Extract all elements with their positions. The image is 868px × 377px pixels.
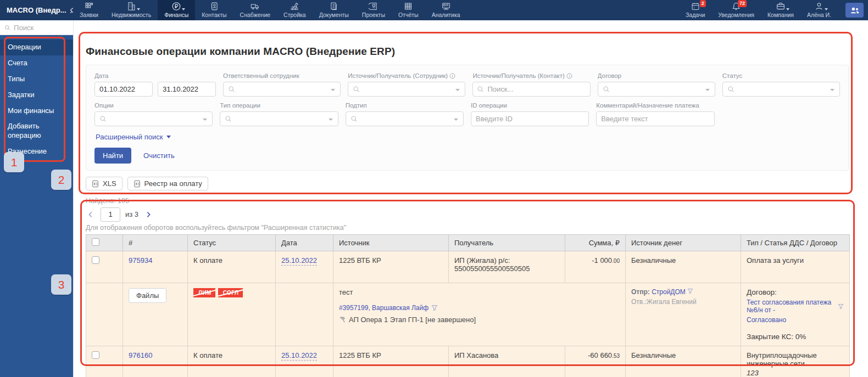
payment-registry-button[interactable]: Реестр на оплату bbox=[127, 177, 208, 190]
contract-link[interactable]: Тест согласования платежа №6/н от - bbox=[747, 299, 835, 314]
filter-responsible: Ответственный сотрудник bbox=[223, 72, 341, 97]
nav-item-snabzhenie[interactable]: Снабжение bbox=[233, 0, 277, 20]
sender-link[interactable]: СтройДОМ bbox=[652, 288, 686, 296]
sidebar-menu: Операции Счета Типы Задатки Мои финансы … bbox=[0, 35, 73, 160]
page-count-label: из 3 bbox=[125, 210, 138, 218]
next-page-button[interactable] bbox=[143, 210, 153, 220]
nav-item-zayavki[interactable]: Заявки bbox=[73, 0, 105, 20]
nav-label: Компания bbox=[767, 12, 794, 18]
topbar: MACRO (Внедр... Заявки Недвижимость Фина… bbox=[0, 0, 868, 20]
filter-responsible-label: Ответственный сотрудник bbox=[223, 72, 341, 79]
workspace-title-text: MACRO (Внедр... bbox=[7, 6, 66, 14]
page-number-input[interactable] bbox=[101, 207, 120, 222]
nav-item-uvedomleniya[interactable]: 72 Уведомления bbox=[711, 0, 761, 20]
sidebar-item-tipy[interactable]: Типы bbox=[0, 71, 73, 87]
sidebar-item-raznesenie[interactable]: Разнесение bbox=[0, 144, 73, 160]
detail-money-cell: Отпр: СтройДОМ Отв.:Жигала Евгений bbox=[626, 283, 741, 346]
operation-type-select[interactable] bbox=[220, 111, 338, 126]
operation-id-link[interactable]: 976160 bbox=[129, 351, 152, 359]
report-icon bbox=[403, 2, 413, 11]
filter-source-employee: Источник/Получатель (Сотрудник) bbox=[348, 72, 465, 97]
contract-label: Договор: bbox=[747, 288, 844, 296]
row-checkbox[interactable] bbox=[92, 256, 99, 264]
contacts-icon bbox=[209, 2, 219, 11]
sidebar-item-zadatki[interactable]: Задатки bbox=[0, 87, 73, 103]
search-icon bbox=[477, 86, 484, 93]
sidebar-item-dobavit-operaciyu[interactable]: Добавить операцию bbox=[0, 119, 60, 144]
status-cell: К оплате bbox=[188, 346, 276, 377]
col-header-number: # bbox=[123, 235, 188, 251]
limit-badge: ЛИМ bbox=[193, 288, 215, 297]
filter-funnel-icon[interactable] bbox=[431, 305, 438, 311]
nav-item-kontakty[interactable]: Контакты bbox=[195, 0, 233, 20]
contract-status-link[interactable]: Согласовано bbox=[747, 316, 786, 324]
chevron-down-icon bbox=[454, 119, 458, 121]
tasks-badge: 2 bbox=[700, 0, 706, 7]
comment-input[interactable] bbox=[596, 111, 714, 126]
source-contact-input[interactable] bbox=[472, 82, 590, 97]
building-icon bbox=[126, 2, 136, 11]
nav-item-kompaniya[interactable]: Компания bbox=[761, 0, 800, 20]
contract-select[interactable] bbox=[598, 82, 715, 97]
search-icon bbox=[225, 115, 232, 122]
xls-export-button[interactable]: XLS bbox=[86, 177, 123, 190]
source-employee-select[interactable] bbox=[348, 82, 465, 97]
operation-id-link[interactable]: 975934 bbox=[129, 256, 152, 265]
status-select[interactable] bbox=[722, 82, 840, 97]
notifications-badge: 72 bbox=[738, 0, 747, 7]
nav-item-stroyka[interactable]: Стройка bbox=[277, 0, 313, 20]
chevron-down-icon bbox=[331, 89, 335, 91]
col-header-money-source: Источник денег bbox=[626, 235, 741, 251]
filter-actions: Найти Очистить bbox=[94, 148, 840, 164]
type-cell: Оплата за услуги bbox=[741, 251, 850, 283]
options-select[interactable] bbox=[94, 111, 213, 126]
files-button[interactable]: Файлы bbox=[129, 288, 166, 303]
advanced-search-link[interactable]: Расширенный поиск bbox=[96, 133, 171, 141]
nav-item-zadachi[interactable]: 2 Задачи bbox=[679, 0, 711, 20]
workspace-title[interactable]: MACRO (Внедр... bbox=[0, 0, 73, 20]
date-link[interactable]: 25.10.2022 bbox=[281, 351, 317, 361]
col-header-status: Статус bbox=[188, 235, 276, 251]
sidebar-item-scheta[interactable]: Счета bbox=[0, 55, 73, 71]
nav-item-dokumenty[interactable]: Документы bbox=[313, 0, 355, 20]
export-row: XLS Реестр на оплату bbox=[86, 177, 849, 190]
row-checkbox[interactable] bbox=[92, 351, 99, 359]
responsible-select[interactable] bbox=[223, 82, 341, 97]
people-panel-button[interactable] bbox=[845, 3, 864, 18]
chevron-down-icon bbox=[786, 8, 789, 10]
filter-source-employee-label: Источник/Получатель (Сотрудник) bbox=[348, 72, 448, 79]
approval-badge: СОГЛ bbox=[218, 288, 243, 297]
nav-item-otchety[interactable]: Отчёты bbox=[392, 0, 425, 20]
filter-date-label: Дата bbox=[94, 72, 216, 79]
nav-item-proekty[interactable]: Проекты bbox=[355, 0, 392, 20]
nav-item-analitika[interactable]: Аналитика bbox=[425, 0, 467, 20]
date-to-input[interactable] bbox=[158, 82, 216, 97]
operation-id-input[interactable] bbox=[471, 111, 589, 126]
col-header-recipient: Получатель bbox=[449, 235, 565, 251]
object-link[interactable]: #3957199, Варшавская Лайф bbox=[339, 304, 429, 312]
nav-item-finansy[interactable]: Финансы bbox=[158, 0, 195, 20]
table-row: 976160 К оплате 25.10.2022 1225 ВТБ КР И… bbox=[86, 346, 850, 377]
filter-funnel-icon[interactable] bbox=[838, 303, 844, 310]
sidebar-search-input[interactable] bbox=[14, 24, 69, 32]
chevron-left-icon bbox=[87, 211, 94, 218]
find-button[interactable]: Найти bbox=[94, 148, 131, 164]
chevron-down-icon bbox=[455, 89, 460, 91]
sidebar-item-moi-finansy[interactable]: Мои финансы bbox=[0, 103, 73, 119]
date-link[interactable]: 25.10.2022 bbox=[281, 256, 317, 266]
filter-funnel-icon[interactable] bbox=[687, 288, 693, 294]
select-all-checkbox[interactable] bbox=[92, 238, 99, 246]
truck-icon bbox=[250, 2, 260, 11]
sidebar-search[interactable] bbox=[0, 20, 73, 35]
nav-label: Контакты bbox=[202, 12, 226, 18]
date-from-input[interactable] bbox=[94, 82, 153, 97]
prev-page-button[interactable] bbox=[86, 210, 96, 220]
clear-button[interactable]: Очистить bbox=[143, 151, 175, 160]
subtype-select[interactable] bbox=[346, 111, 464, 126]
filter-comment: Комментарий/Назначение платежа bbox=[596, 102, 714, 126]
sidebar-item-operacii[interactable]: Операции bbox=[0, 40, 73, 55]
main-navigation: Заявки Недвижимость Финансы Контакты Сна… bbox=[73, 0, 467, 20]
nav-item-nedvizhimost[interactable]: Недвижимость bbox=[105, 0, 158, 20]
nav-item-user-menu[interactable]: Алёна И. bbox=[800, 0, 838, 20]
detail-main-cell: тест #3957199, Варшавская Лайф АП Опера … bbox=[333, 283, 626, 346]
